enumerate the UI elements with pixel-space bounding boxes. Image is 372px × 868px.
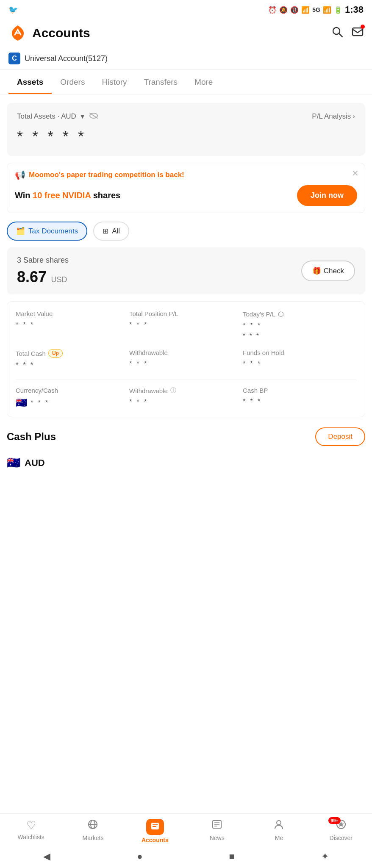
accounts-icon [146,819,164,835]
shares-value: 8.67 [17,268,47,286]
stat-todays-pl: Today's P/L ⬡ * * * * * * [243,310,356,339]
currency-cash-bp-label: Cash BP [243,387,356,394]
info-icon[interactable]: ⓘ [170,387,176,394]
svg-rect-2 [353,28,363,36]
nav-markets[interactable]: Markets [62,819,124,843]
tab-more[interactable]: More [186,70,221,94]
header-actions [331,26,364,41]
stat-market-value: Market Value * * * [16,310,129,339]
discover-badge: 99+ [328,817,341,824]
up-badge[interactable]: Up [48,349,63,358]
news-label: News [210,835,225,841]
currency-cash-label: Currency/Cash [16,387,129,394]
account-name: Universal Account(5127) [25,54,108,63]
app-logo [8,24,27,42]
me-label: Me [275,835,283,841]
bell-off-icon: 🔕 [279,6,288,14]
filter-all[interactable]: ⊞ All [93,222,129,241]
pl-analysis-link[interactable]: P/L Analysis › [312,112,355,121]
tab-history[interactable]: History [93,70,135,94]
stat-withdrawable: Withdrawable * * * [129,349,243,369]
check-button[interactable]: 🎁 Check [301,261,355,281]
stat-todays-pl-amount: * * * [243,322,356,330]
promo-close-button[interactable]: ✕ [352,168,359,178]
assets-hidden-value: * * * * * [17,128,355,146]
nav-discover[interactable]: 99+ Discover [310,819,372,843]
nav-me[interactable]: Me [248,819,310,843]
header: Accounts [0,19,372,47]
cash-plus-header: Cash Plus Deposit [7,427,365,446]
tab-orders[interactable]: Orders [52,70,93,94]
markets-icon [87,819,98,833]
tab-assets[interactable]: Assets [8,70,52,94]
stat-total-position-amount: * * * [129,321,243,329]
stat-total-cash-label: Total Cash Up [16,349,129,358]
assets-card: Total Assets · AUD ▼ P/L Analysis › * * … [7,103,365,156]
recent-button[interactable]: ■ [229,851,235,862]
account-icon: C [8,53,20,64]
dropdown-arrow-icon[interactable]: ▼ [80,113,86,120]
currency-flag-row: 🇦🇺 * * * [16,397,129,408]
aud-flag-icon: 🇦🇺 [7,456,20,469]
stat-total-position-label: Total Position P/L [129,310,243,317]
nav-watchlists[interactable]: ♡ Watchlists [0,819,62,843]
markets-label: Markets [83,835,104,841]
account-selector[interactable]: C Universal Account(5127) [0,47,372,70]
tab-transfers[interactable]: Transfers [136,70,186,94]
export-icon[interactable]: ⬡ [278,310,284,318]
news-icon [211,819,222,833]
deposit-button[interactable]: Deposit [315,427,365,446]
search-button[interactable] [331,26,343,41]
shares-value-row: 8.67 USD [17,268,69,286]
promo-description: Moomoo's paper trading competition is ba… [29,171,184,179]
watchlists-icon: ♡ [26,819,36,832]
shares-info: 3 Sabre shares 8.67 USD [17,256,69,286]
shares-card: 3 Sabre shares 8.67 USD 🎁 Check [7,247,365,294]
currency-cash-bp-value: * * * [243,397,356,406]
status-bar-right: ⏰ 🔕 📵 📶 5G 📶 🔋 1:38 [268,4,364,15]
promo-top-row: 📢 Moomoo's paper trading competition is … [15,170,357,180]
wifi-icon: 📶 [301,6,310,14]
page-title: Accounts [32,26,90,40]
status-bar: 🐦 ⏰ 🔕 📵 📶 5G 📶 🔋 1:38 [0,0,372,19]
promo-banner: ✕ 📢 Moomoo's paper trading competition i… [7,163,365,213]
filter-tax-documents[interactable]: 🗂️ Tax Documents [7,222,87,241]
stat-market-value-amount: * * * [16,321,129,329]
notification-dot [361,25,365,29]
stat-total-cash-amount: * * * [16,361,129,369]
alarm-icon: ⏰ [268,6,277,14]
nav-accounts[interactable]: Accounts [124,819,186,843]
watchlists-label: Watchlists [18,834,44,840]
chevron-right-icon: › [353,112,355,121]
stat-market-value-label: Market Value [16,310,129,317]
nav-news[interactable]: News [186,819,248,843]
bottom-navigation: ♡ Watchlists Markets A [0,813,372,868]
aud-flag-icon: 🇦🇺 [16,397,27,408]
battery-icon: 🔋 [334,6,342,14]
stat-withdrawable-label: Withdrawable [129,349,243,356]
svg-point-15 [277,821,281,825]
join-now-button[interactable]: Join now [297,185,357,206]
cash-plus-section: Cash Plus Deposit 🇦🇺 AUD [7,427,365,474]
svg-line-1 [339,33,342,37]
cash-plus-title: Cash Plus [7,431,56,443]
signal-icon: 📶 [323,6,331,14]
back-button[interactable]: ◀ [43,851,50,862]
message-button[interactable] [352,26,364,41]
nav-items: ♡ Watchlists Markets A [0,814,372,847]
filter-row: 🗂️ Tax Documents ⊞ All [0,213,372,241]
currency-withdrawable-value: * * * [129,398,243,406]
aud-currency-label: AUD [25,458,45,469]
stat-todays-pl-extra: * * * [243,332,356,339]
home-button[interactable]: ● [137,851,142,862]
assets-label-text: Total Assets · AUD [17,112,76,121]
tax-documents-icon: 🗂️ [16,227,25,236]
assist-button[interactable]: ✦ [321,851,329,862]
status-time: 1:38 [345,4,364,15]
promo-bottom-row: Win 10 free NVIDIA shares Join now [15,185,357,206]
stat-total-position-pl: Total Position P/L * * * [129,310,243,339]
hide-value-icon[interactable] [89,111,98,121]
stat-funds-on-hold: Funds on Hold * * * [243,349,356,369]
stat-funds-on-hold-label: Funds on Hold [243,349,356,356]
android-nav-bar: ◀ ● ■ ✦ [0,847,372,868]
